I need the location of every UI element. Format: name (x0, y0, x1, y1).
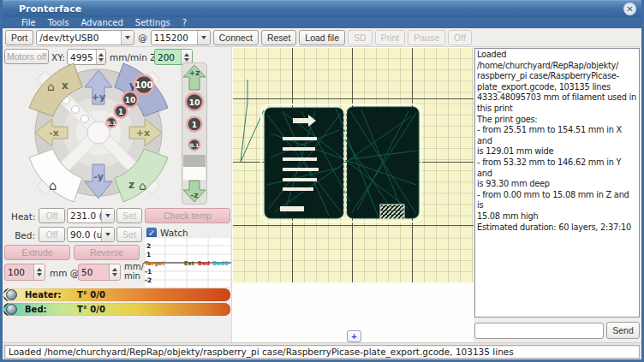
bed-gauge-label: Bed: (25, 305, 47, 314)
extrude-unit-label: mm/ min (124, 262, 144, 281)
minus-x-label: -x (49, 128, 59, 139)
graph-label-bed: Bed (198, 260, 210, 267)
heat-label: Heat: (11, 211, 35, 222)
object-hatched-detail (380, 205, 404, 220)
temperature-graph: 2 1 -1 -2 Target Ext Bed Bed0 (144, 237, 231, 288)
z-distance-1-label: 1 (192, 121, 197, 129)
extrude-speed-spinner[interactable]: 50 (78, 264, 121, 281)
gcode-canvas[interactable] (233, 48, 474, 282)
xy-distance-100-label: 100 (135, 80, 153, 90)
heat-off-button[interactable]: Off (39, 208, 65, 223)
sd-button: SD (348, 30, 373, 45)
heater-gauge-label: Heater: (25, 290, 61, 300)
heater-gauge[interactable]: Heater: T° 0/0 (3, 288, 230, 301)
menu-settings[interactable]: Settings (135, 17, 170, 28)
graph-label-bed0: Bed0 (212, 260, 229, 267)
check-temp-button[interactable]: Check temp (145, 208, 230, 223)
toolbar: Port /dev/ttyUSB0 @ 115200 Connect Reset… (3, 28, 641, 47)
heat-temp-combo[interactable]: 231.0 ( (67, 208, 115, 223)
graph-tick: -2 (145, 276, 152, 284)
gauge-knob-icon[interactable] (6, 304, 17, 315)
xy-distance-0_1-label: 0.1 (107, 120, 116, 126)
home-z-label: z (128, 179, 134, 191)
bed-gauge[interactable]: Bed: T° 0/0 (3, 303, 230, 316)
at-label: @ (137, 33, 148, 43)
extrude-length-spinner[interactable]: 100 (4, 264, 45, 281)
bed-label: Bed: (11, 230, 35, 240)
z-distance-10-label: 10 (188, 98, 200, 107)
graph-label-target: Target (145, 260, 164, 267)
console-panel: Loaded /home/churchyard/RepRap/objekty/ … (474, 47, 641, 342)
dropdown-arrow-icon[interactable] (101, 209, 114, 223)
plus-z-label: +z (189, 68, 200, 77)
baud-combo[interactable]: 115200 (151, 30, 211, 45)
minus-y-label: -y (93, 171, 104, 182)
menu-advanced[interactable]: Advanced (80, 17, 122, 28)
statusbar: Loaded /home/churchyard/RepRap/objekty/r… (3, 342, 641, 359)
load-file-button[interactable]: Load file (299, 30, 345, 45)
reverse-button[interactable]: Reverse (74, 245, 140, 260)
log-output[interactable]: Loaded /home/churchyard/RepRap/objekty/ … (474, 48, 640, 317)
graph-tick: -1 (145, 268, 152, 276)
menu-file[interactable]: File (21, 17, 36, 28)
xy-distance-10-label: 10 (125, 96, 136, 104)
graph-tick: 1 (146, 251, 151, 258)
status-text: Loaded /home/churchyard/RepRap/objekty/r… (4, 345, 640, 359)
z-band[interactable] (183, 167, 206, 180)
pronterface-window: Pronterface ✕ File Tools Advanced Settin… (0, 0, 644, 362)
graph-label-ext: Ext (184, 260, 194, 267)
zoom-in-button[interactable]: + (347, 330, 361, 342)
bed-temp-combo[interactable]: 90.0 (u (67, 227, 115, 242)
z-distance-0_1-label: 0.1 (190, 142, 200, 148)
reset-button[interactable]: Reset (261, 30, 296, 45)
stepper-arrows-icon[interactable] (109, 264, 120, 280)
heat-set-button[interactable]: Set (116, 208, 142, 223)
menu-help[interactable]: ? (182, 17, 187, 28)
plus-y-label: +y (92, 92, 105, 103)
dropdown-arrow-icon[interactable] (121, 31, 134, 45)
print-button: Print (375, 30, 406, 45)
extrude-button[interactable]: Extrude (4, 245, 70, 260)
mm-at-label: mm @ (50, 268, 79, 278)
dropdown-arrow-icon[interactable] (101, 228, 114, 241)
z-jog-column[interactable]: +z 10 1 0.1 -z (182, 62, 207, 205)
jog-dot (72, 106, 80, 114)
off-button: Off (448, 30, 472, 45)
stepper-arrows-icon[interactable] (33, 264, 45, 280)
send-button[interactable]: Send (606, 322, 640, 339)
titlebar[interactable]: Pronterface ✕ (3, 0, 641, 17)
xy-jog-pad[interactable]: ⌂ x y ⌂ ⌂ z ⌂ +y -y -x +x 100 (11, 60, 179, 207)
home-icon: ⌂ (139, 179, 146, 193)
window-title: Pronterface (3, 3, 81, 15)
home-x-label: x (62, 80, 69, 92)
bed-set-button[interactable]: Set (116, 227, 142, 242)
connect-button[interactable]: Connect (213, 30, 259, 45)
command-input[interactable] (474, 323, 604, 339)
bed-gauge-value: T° 0/0 (77, 305, 105, 314)
pause-button: Pause (408, 30, 445, 45)
port-combo[interactable]: /dev/ttyUSB0 (36, 30, 134, 45)
control-panel: Motors off XY: 4995 mm/min Z: 200 (3, 47, 231, 342)
gauge-knob-icon[interactable] (6, 289, 17, 300)
port-button[interactable]: Port (5, 30, 33, 45)
menu-tools[interactable]: Tools (48, 17, 69, 28)
home-icon: ⌂ (47, 80, 55, 93)
z-band-selected[interactable] (183, 155, 206, 167)
xy-distance-1-label: 1 (118, 109, 123, 116)
dropdown-arrow-icon[interactable] (197, 31, 210, 45)
graph-tick: 2 (146, 242, 151, 250)
minus-z-label: -z (191, 191, 199, 199)
heater-gauge-value: T° 0/0 (77, 290, 105, 300)
home-icon: ⌂ (49, 178, 57, 193)
close-icon[interactable]: ✕ (623, 3, 636, 15)
bed-off-button[interactable]: Off (39, 227, 65, 242)
jog-dot (81, 116, 89, 123)
gcode-viewer-panel: + (231, 47, 474, 342)
menubar: File Tools Advanced Settings ? (3, 17, 641, 28)
plus-x-label: +x (136, 128, 150, 139)
